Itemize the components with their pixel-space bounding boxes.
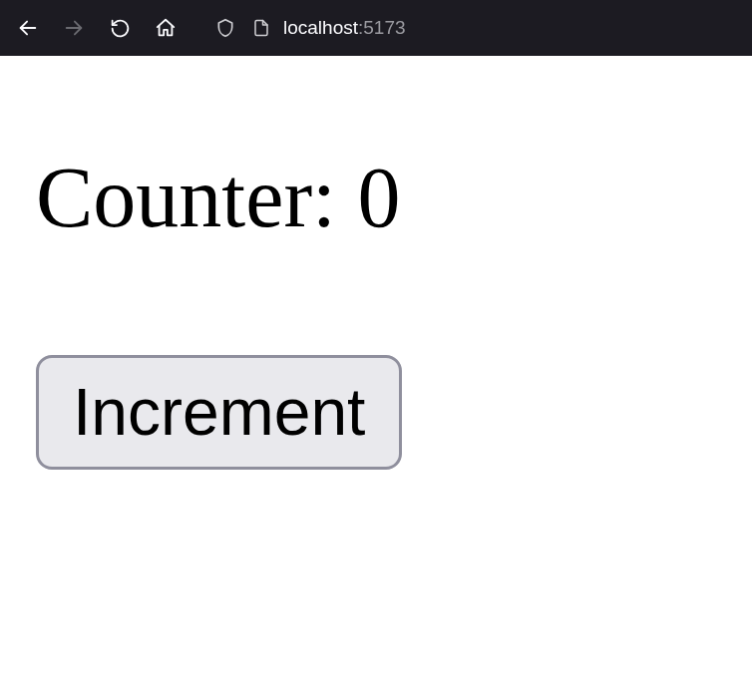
back-arrow-icon [17,17,39,39]
page-content: Counter: 0 Increment [0,56,752,470]
counter-value: 0 [357,150,400,245]
forward-arrow-icon [63,17,85,39]
url-port: :5173 [358,17,406,38]
home-button[interactable] [146,8,186,48]
page-icon [247,19,275,37]
counter-heading: Counter: 0 [36,148,716,247]
home-icon [155,17,177,39]
url-host: localhost [283,17,358,38]
increment-button[interactable]: Increment [36,355,402,470]
forward-button[interactable] [54,8,94,48]
shield-icon [211,18,239,38]
url-text: localhost:5173 [283,17,406,39]
back-button[interactable] [8,8,48,48]
counter-label: Counter: [36,150,357,245]
browser-toolbar: localhost:5173 [0,0,752,56]
address-bar[interactable]: localhost:5173 [201,10,416,46]
reload-button[interactable] [100,8,140,48]
reload-icon [110,18,131,39]
